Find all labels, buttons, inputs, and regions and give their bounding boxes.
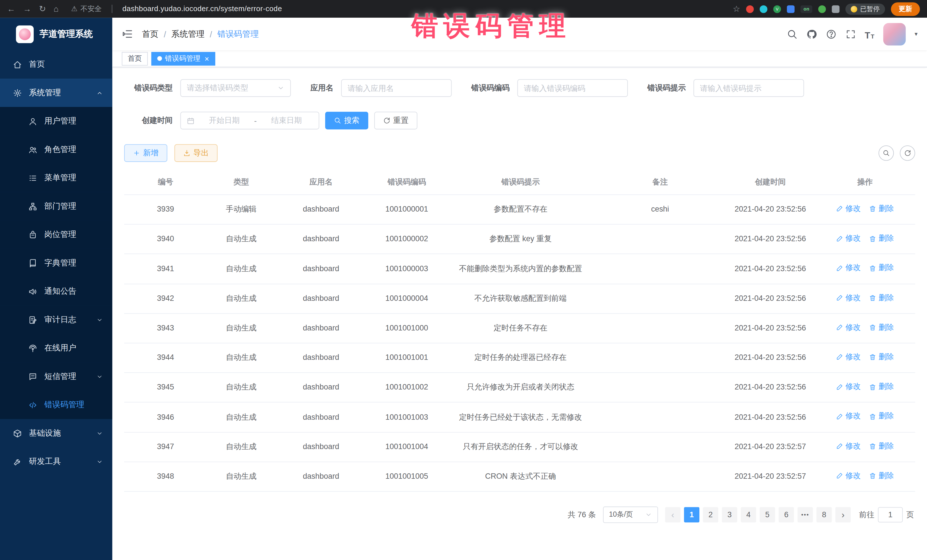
edit-link[interactable]: 修改: [836, 292, 861, 304]
edit-link[interactable]: 修改: [836, 262, 861, 274]
delete-link[interactable]: 删除: [869, 440, 894, 452]
sidebar-item-post[interactable]: 岗位管理: [0, 220, 112, 249]
toggle-search-button[interactable]: [878, 146, 894, 161]
tab-error-code[interactable]: 错误码管理 ×: [152, 52, 215, 65]
page-content: 错误码类型 请选择错误码类型 应用名 错误码编码: [112, 67, 927, 560]
caret-down-icon[interactable]: ▾: [915, 31, 917, 37]
edit-link[interactable]: 修改: [836, 351, 861, 363]
app-logo[interactable]: 芋道管理系统: [0, 18, 112, 50]
delete-link[interactable]: 删除: [869, 410, 894, 423]
search-icon[interactable]: [787, 29, 797, 39]
prev-page-button[interactable]: ‹: [665, 507, 681, 522]
paused-badge[interactable]: 已暂停: [845, 3, 885, 14]
next-page-button[interactable]: ›: [836, 507, 851, 522]
bookmark-star-icon[interactable]: ☆: [733, 5, 740, 13]
extension-icon[interactable]: [787, 5, 795, 13]
edit-link[interactable]: 修改: [836, 321, 861, 334]
edit-link[interactable]: 修改: [836, 470, 861, 482]
delete-link[interactable]: 删除: [869, 381, 894, 393]
sidebar-item-online-user[interactable]: 在线用户: [0, 334, 112, 362]
edit-link[interactable]: 修改: [836, 232, 861, 244]
sidebar-item-infra[interactable]: 基础设施: [0, 419, 112, 448]
sidebar-item-audit-log[interactable]: 审计日志: [0, 306, 112, 334]
announcement-icon: [28, 287, 37, 296]
close-icon[interactable]: ×: [205, 55, 209, 62]
edit-link[interactable]: 修改: [836, 381, 861, 393]
extension-on-badge[interactable]: on: [800, 5, 812, 13]
browser-chrome: ← → ↻ ⌂ ⚠ 不安全 dashboard.yudao.iocoder.cn…: [0, 0, 927, 18]
extension-icon[interactable]: V: [773, 5, 781, 13]
delete-link[interactable]: 删除: [869, 351, 894, 363]
font-size-icon[interactable]: [865, 29, 874, 39]
update-button[interactable]: 更新: [891, 2, 920, 16]
page-button[interactable]: 8: [816, 507, 832, 522]
error-msg-input[interactable]: [693, 79, 804, 97]
edit-link[interactable]: 修改: [836, 440, 861, 452]
user-avatar[interactable]: [883, 23, 906, 46]
sidebar-item-home[interactable]: 首页: [0, 50, 112, 78]
extension-icon[interactable]: [760, 5, 767, 13]
sidebar-item-error-code[interactable]: 错误码管理: [0, 391, 112, 419]
delete-link[interactable]: 删除: [869, 470, 894, 482]
hamburger-icon[interactable]: [122, 28, 133, 39]
sidebar-item-dict[interactable]: 字典管理: [0, 249, 112, 277]
sidebar-item-role[interactable]: 角色管理: [0, 135, 112, 164]
help-icon[interactable]: [826, 29, 836, 39]
delete-link[interactable]: 删除: [869, 203, 894, 215]
page-size-select[interactable]: 10条/页: [603, 506, 658, 523]
table-row: 3945自动生成dashboard1001001002只允许修改为开启或者关闭状…: [124, 373, 915, 402]
tab-home[interactable]: 首页: [122, 52, 148, 65]
more-pages-button[interactable]: •••: [798, 507, 813, 522]
export-button[interactable]: 导出: [174, 144, 217, 162]
sidebar-item-system[interactable]: 系统管理: [0, 79, 112, 107]
browser-home-icon[interactable]: ⌂: [54, 5, 59, 13]
fullscreen-icon[interactable]: [845, 29, 856, 39]
delete-link[interactable]: 删除: [869, 232, 894, 244]
add-button[interactable]: 新增: [124, 144, 167, 162]
sidebar-item-user[interactable]: 用户管理: [0, 107, 112, 135]
error-code-input[interactable]: [517, 79, 628, 97]
back-icon[interactable]: ←: [7, 5, 15, 13]
page-button[interactable]: 3: [722, 507, 737, 522]
header-type: 类型: [207, 170, 275, 195]
sidebar-item-menu[interactable]: 菜单管理: [0, 164, 112, 192]
page-button[interactable]: 4: [741, 507, 756, 522]
org-icon: [28, 202, 37, 211]
page-button[interactable]: 2: [703, 507, 718, 522]
refresh-table-button[interactable]: [900, 146, 915, 161]
delete-link[interactable]: 删除: [869, 321, 894, 334]
url-text[interactable]: dashboard.yudao.iocoder.cn/system/error-…: [122, 5, 282, 13]
app-name-input[interactable]: [341, 79, 452, 97]
extension-icon[interactable]: [818, 5, 826, 13]
sidebar-item-dev-tool[interactable]: 研发工具: [0, 448, 112, 476]
forward-icon[interactable]: →: [23, 5, 31, 13]
reload-icon[interactable]: ↻: [39, 5, 46, 13]
goto-page-input[interactable]: [878, 507, 903, 522]
error-type-select[interactable]: 请选择错误码类型: [180, 79, 291, 97]
page-button[interactable]: 6: [779, 507, 794, 522]
extension-icon[interactable]: [746, 5, 754, 13]
sidebar-item-notice[interactable]: 通知公告: [0, 277, 112, 305]
breadcrumb-home[interactable]: 首页: [142, 29, 158, 39]
cell-msg: 只有开启状态的任务，才可以修改: [447, 432, 594, 461]
sidebar-item-sms[interactable]: 短信管理: [0, 363, 112, 391]
emoji-icon: [851, 6, 857, 12]
date-range-picker[interactable]: 开始日期 - 结束日期: [180, 112, 319, 129]
search-button[interactable]: 搜索: [325, 112, 368, 129]
extensions-puzzle-icon[interactable]: [832, 5, 839, 13]
page-button[interactable]: 5: [760, 507, 775, 522]
breadcrumb-system[interactable]: 系统管理: [172, 29, 205, 39]
breadcrumb: 首页 / 系统管理 / 错误码管理: [142, 29, 259, 39]
sidebar-item-dept[interactable]: 部门管理: [0, 192, 112, 220]
delete-link[interactable]: 删除: [869, 292, 894, 304]
security-warning[interactable]: ⚠ 不安全: [71, 4, 102, 14]
date-start-placeholder: 开始日期: [198, 115, 251, 126]
cell-code: 1001001001: [366, 343, 447, 373]
reset-button[interactable]: 重置: [374, 112, 417, 129]
delete-link[interactable]: 删除: [869, 262, 894, 274]
github-icon[interactable]: [806, 29, 817, 39]
page-button[interactable]: 1: [684, 507, 699, 522]
edit-link[interactable]: 修改: [836, 203, 861, 215]
date-end-placeholder: 结束日期: [260, 115, 313, 126]
edit-link[interactable]: 修改: [836, 410, 861, 423]
